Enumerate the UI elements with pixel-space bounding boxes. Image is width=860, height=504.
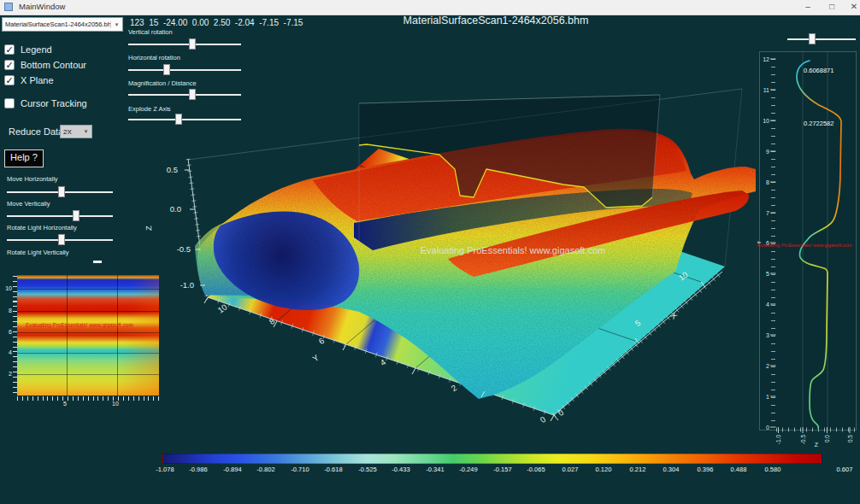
x-tick: 0	[557, 407, 566, 418]
file-dropdown[interactable]: MaterialSurfaceScan1-2464x2056.bhm ▾	[2, 17, 123, 32]
z-tick: 0.5	[167, 165, 178, 174]
watermark-text: Evaluating ProEssentials! www.gigasoft.c…	[757, 243, 860, 248]
app-icon	[4, 3, 13, 11]
close-button[interactable]: ✕	[841, 0, 860, 15]
y-tick: 0	[539, 414, 548, 425]
colorbar-label: 0.027	[555, 466, 586, 473]
y-tick: 8	[766, 179, 769, 185]
watermark-text: Evaluating ProEssentials! www.gigasoft.c…	[389, 245, 637, 255]
slider-label-rotate-light-horizontally: Rotate Light Horizontally	[7, 224, 77, 231]
slider-thumb[interactable]	[93, 261, 102, 263]
z-axis-label: Z	[144, 226, 153, 231]
cursor-tracking-checkbox[interactable]	[4, 98, 15, 108]
y-tick: 4	[766, 302, 769, 308]
colorbar-label: -1.078	[150, 466, 180, 473]
colorbar-label: 0.488	[723, 466, 754, 473]
rotate-light-horizontally-slider[interactable]	[7, 234, 113, 248]
annotation-value: 0.6068871	[804, 67, 833, 74]
y-tick: 12	[763, 56, 769, 62]
y-tick: 10	[763, 118, 769, 124]
checkbox-row-x-plane[interactable]: ✓ X Plane	[4, 75, 54, 85]
colorbar-label: -0.157	[487, 466, 518, 473]
annotation-value: 0.2722582	[804, 120, 833, 127]
move-vertically-slider[interactable]	[7, 210, 113, 224]
x-tick: 0.0	[824, 435, 830, 442]
chevron-down-icon: ▾	[80, 128, 91, 135]
reduce-data-dropdown[interactable]: 2X ▾	[60, 125, 92, 138]
legend-label: Legend	[21, 44, 52, 55]
colorbar-label: 0.580	[757, 466, 788, 473]
main-window: MainWindow – □ ✕ MaterialSurfaceScan1-24…	[0, 0, 860, 504]
heatmap-y-tick: 10	[2, 285, 12, 291]
slider-thumb[interactable]	[73, 210, 80, 221]
colorbar-label: -0.986	[183, 466, 214, 473]
title-bar: MainWindow – □ ✕	[0, 0, 860, 15]
checkbox-row-cursor-tracking[interactable]: Cursor Tracking	[4, 98, 87, 108]
colorbar-label: -0.894	[217, 466, 248, 473]
checkbox-row-legend[interactable]: ✓ Legend	[4, 44, 52, 55]
reduce-data-value: 2X	[61, 128, 80, 136]
y-tick: 2	[450, 383, 459, 393]
colorbar-label: 0.304	[656, 466, 686, 473]
y-tick: 0	[766, 425, 769, 431]
colorbar-label: -0.433	[386, 466, 416, 473]
minimize-button[interactable]: –	[795, 0, 821, 15]
x-plane-checkbox[interactable]: ✓	[4, 75, 15, 85]
colorbar-label: 0.607	[829, 466, 860, 473]
x-tick: 0.5	[847, 435, 853, 442]
legend-checkbox[interactable]: ✓	[4, 44, 15, 55]
x-plane-label: X Plane	[21, 75, 54, 85]
gridline	[117, 275, 118, 396]
slider-label-vertical-rotation: Vertical rotation	[128, 28, 173, 36]
y-tick: 9	[766, 149, 769, 155]
window-title: MainWindow	[19, 2, 65, 11]
move-horizontally-slider[interactable]	[7, 186, 113, 200]
x-axis-major-ticks	[779, 427, 851, 433]
x-tick: -0.5	[800, 435, 806, 445]
colorbar-label: -0.618	[318, 466, 349, 473]
bottom-contour-label: Bottom Contour	[21, 60, 86, 70]
y-tick: 4	[379, 357, 388, 367]
heatmap-y-tick: 8	[2, 308, 12, 314]
heatmap-y-tick: 4	[2, 349, 12, 355]
profile-chart: 12 11 10 9 8 7 6 5 4 3 2 1 0 -1.0 -0.5 0…	[757, 32, 860, 449]
colorbar-label: 0.396	[690, 466, 721, 473]
colorbar-label: 0.120	[588, 466, 619, 473]
slider-label-move-vertically: Move Vertically	[7, 200, 50, 208]
colorbar-label: 0.212	[622, 466, 653, 473]
y-tick: 7	[766, 210, 769, 216]
z-tick: -1.0	[180, 280, 194, 290]
rotate-light-vertically-slider[interactable]	[7, 256, 113, 270]
y-tick: 2	[766, 363, 769, 369]
colorbar-label: -0.249	[453, 466, 484, 473]
color-scale-bar	[162, 454, 822, 464]
checkbox-row-bottom-contour[interactable]: ✓ Bottom Contour	[4, 60, 86, 70]
gridline	[67, 275, 68, 396]
heatmap-x-tick: 10	[112, 401, 119, 407]
slider-thumb[interactable]	[58, 234, 65, 245]
y-tick: 5	[766, 271, 769, 277]
slider-label-rotate-light-vertically: Rotate Light Vertically	[7, 249, 69, 256]
z-tick: -0.5	[177, 244, 191, 254]
slider-track[interactable]	[7, 215, 113, 217]
x-axis-label: Z	[815, 442, 819, 448]
y-axis-ticks	[13, 276, 17, 396]
file-dropdown-value: MaterialSurfaceScan1-2464x2056.bhm	[3, 21, 110, 28]
heatmap-x-tick: 5	[63, 401, 67, 407]
y-tick: 1	[766, 394, 769, 400]
reduce-data-label: Reduce Data	[9, 126, 63, 137]
colorbar-label: -0.802	[250, 466, 281, 473]
bottom-contour-checkbox[interactable]: ✓	[4, 60, 15, 70]
slider-track[interactable]	[128, 44, 241, 45]
slider-thumb[interactable]	[58, 186, 65, 197]
y-tick: 3	[766, 332, 769, 338]
colorbar-label: -0.710	[285, 466, 315, 473]
z-tick: 0.0	[170, 204, 181, 214]
y-axis-label: Y	[310, 352, 321, 363]
page-title: MaterialSurfaceScan1-2464x2056.bhm	[256, 15, 735, 26]
heatmap-y-tick: 2	[2, 371, 12, 377]
x-tick: -1.0	[775, 435, 781, 445]
help-button[interactable]: Help ?	[4, 149, 44, 167]
colorbar-label: -0.341	[420, 466, 451, 473]
colorbar-label: -0.065	[521, 466, 551, 473]
